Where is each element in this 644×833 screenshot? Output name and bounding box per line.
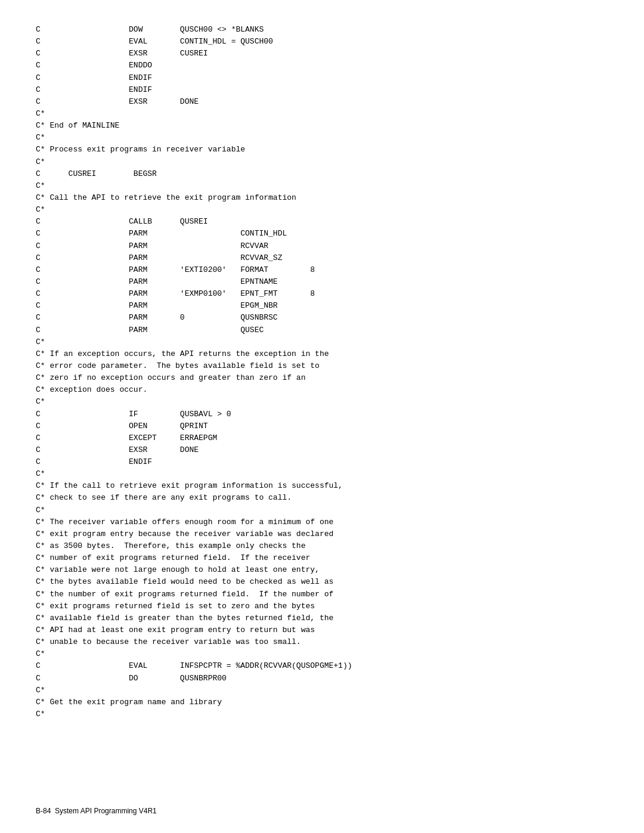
footer: B-84 System API Programming V4R1 — [36, 807, 157, 815]
footer-text: System API Programming V4R1 — [55, 807, 157, 815]
page-number: B-84 — [36, 807, 51, 815]
page-container: C DOW QUSCH00 <> *BLANKS C EVAL CONTIN_H… — [0, 0, 644, 744]
code-content: C DOW QUSCH00 <> *BLANKS C EVAL CONTIN_H… — [36, 24, 608, 720]
